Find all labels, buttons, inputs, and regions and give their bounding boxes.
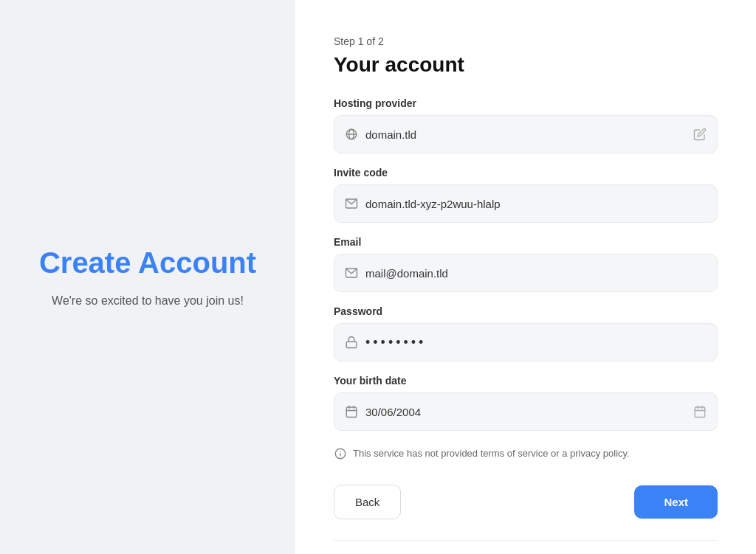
email-label: Email: [334, 236, 718, 248]
hosting-provider-value: domain.tld: [365, 128, 693, 141]
hosting-provider-label: Hosting provider: [334, 97, 718, 109]
date-picker-icon[interactable]: [693, 405, 707, 418]
page-title: Your account: [334, 53, 718, 77]
calendar-icon: [345, 405, 358, 418]
terms-notice-text: This service has not provided terms of s…: [353, 447, 630, 460]
right-panel: Step 1 of 2 Your account Hosting provide…: [295, 0, 756, 554]
svg-rect-5: [346, 342, 357, 347]
action-buttons: Back Next: [334, 485, 718, 519]
step-label: Step 1 of 2: [334, 35, 718, 47]
password-label: Password: [334, 305, 718, 317]
birth-date-group: Your birth date 30/06/2004: [334, 375, 718, 431]
email-envelope-icon: [345, 266, 358, 280]
invite-code-field[interactable]: domain.tld-xyz-p2wuu-hlalp: [334, 184, 718, 223]
password-group: Password ••••••••: [334, 305, 718, 361]
next-button[interactable]: Next: [634, 485, 718, 519]
invite-code-value: domain.tld-xyz-p2wuu-hlalp: [365, 198, 707, 210]
info-icon: [334, 447, 347, 464]
hosting-provider-group: Hosting provider domain.tld: [334, 97, 718, 153]
password-value: ••••••••: [365, 335, 707, 350]
birth-date-field[interactable]: 30/06/2004: [334, 392, 718, 431]
invite-code-label: Invite code: [334, 167, 718, 179]
terms-notice: This service has not provided terms of s…: [334, 447, 718, 464]
globe-icon: [345, 128, 358, 141]
birth-date-value: 30/06/2004: [365, 406, 693, 418]
email-field[interactable]: mail@domain.tld: [334, 254, 718, 292]
invite-code-group: Invite code domain.tld-xyz-p2wuu-hlalp: [334, 167, 718, 223]
pencil-icon[interactable]: [693, 128, 707, 141]
footer-bar: English ▼ | Having trouble? Contact supp…: [334, 540, 718, 554]
envelope-icon: [345, 197, 358, 210]
back-button[interactable]: Back: [334, 485, 401, 519]
email-value: mail@domain.tld: [365, 267, 707, 280]
birth-date-label: Your birth date: [334, 375, 718, 387]
email-group: Email mail@domain.tld: [334, 236, 718, 292]
password-field[interactable]: ••••••••: [334, 323, 718, 361]
left-panel: Create Account We're so excited to have …: [0, 0, 295, 554]
hosting-provider-field[interactable]: domain.tld: [334, 115, 718, 153]
svg-rect-10: [695, 407, 705, 418]
create-account-subtitle: We're so excited to have you join us!: [52, 292, 244, 310]
svg-rect-6: [346, 407, 357, 418]
lock-icon: [345, 336, 358, 349]
create-account-heading: Create Account: [39, 245, 256, 280]
